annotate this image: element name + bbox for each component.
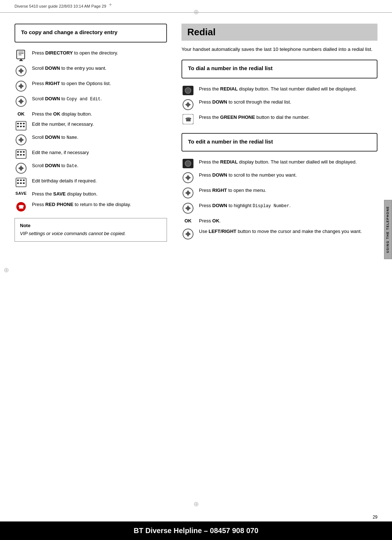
step-scroll-entry-text: Scroll DOWN to the entry you want. — [32, 65, 106, 72]
step-scroll-name: Scroll DOWN to Name. — [15, 134, 167, 146]
nav-icon-edit-1 — [181, 172, 195, 184]
svg-rect-25 — [20, 123, 22, 124]
svg-rect-28 — [20, 126, 22, 127]
footer-text: BT Diverse Helpline – 08457 908 070 — [134, 527, 258, 535]
step-scroll-date-text: Scroll DOWN to Date. — [32, 162, 78, 169]
copy-change-steps: Press DIRECTORY to open the directory. — [15, 50, 167, 213]
nav-icon-edit-2 — [181, 187, 195, 199]
svg-rect-55 — [23, 182, 25, 184]
edit-steps: Press the REDIAL display button. The las… — [181, 159, 377, 240]
step-edit-name-text: Edit the name, if necessary — [32, 149, 89, 156]
svg-rect-29 — [23, 126, 25, 127]
page-wrapper: Diverse 5410 user guide 22/8/03 10:14 AM… — [0, 0, 392, 540]
note-box: Note VIP settings or voice commands cann… — [15, 218, 167, 242]
dial-step-down: Press DOWN to scroll through the redial … — [181, 99, 377, 110]
step-red-phone-text: Press RED PHONE to return to the idle di… — [32, 201, 131, 208]
top-crosshair: ⊕ — [193, 9, 199, 15]
dial-step-greenphone-text: Press the GREEN PHONE button to dial the… — [199, 114, 310, 121]
redial-title: Redial — [181, 24, 377, 41]
step-edit-number: Edit the number, if necessary. — [15, 121, 167, 130]
step-scroll-name-text: Scroll DOWN to Name. — [32, 134, 78, 141]
nav-icon-edit-3 — [181, 202, 195, 214]
step-save: SAVE Press the SAVE display button. — [15, 191, 167, 198]
dial-step-redial-text: Press the REDIAL display button. The las… — [199, 86, 357, 93]
step-save-text: Press the SAVE display button. — [32, 191, 97, 198]
svg-rect-42 — [23, 154, 25, 156]
nav-icon-4 — [15, 134, 28, 146]
edit-step-redial-text: Press the REDIAL display button. The las… — [199, 159, 357, 166]
bottom-crosshair: ⊕ — [193, 501, 199, 507]
keypad-icon-3 — [15, 178, 28, 187]
nav-icon-dial-1 — [181, 99, 195, 110]
step-scroll-copy-text: Scroll DOWN to Copy and Edit. — [32, 96, 102, 102]
green-phone-icon: ☎ — [181, 114, 195, 124]
step-ok-1: OK Press the OK display button. — [15, 111, 167, 118]
dial-box: To dial a number in the redial list — [181, 60, 377, 78]
svg-text:☎: ☎ — [185, 117, 192, 122]
step-directory: Press DIRECTORY to open the directory. — [15, 50, 167, 61]
book-icon — [15, 50, 28, 61]
keypad-icon-1 — [15, 121, 28, 130]
dial-step-redial: Press the REDIAL display button. The las… — [181, 86, 377, 95]
note-title: Note — [20, 223, 162, 228]
svg-point-81 — [187, 192, 189, 194]
edit-box-title: To edit a number in the redial list — [188, 138, 371, 145]
dial-step-down-text: Press DOWN to scroll through the redial … — [199, 99, 291, 106]
svg-rect-53 — [17, 182, 19, 184]
svg-rect-37 — [17, 151, 19, 153]
svg-point-87 — [187, 207, 189, 210]
nav-icon-1 — [15, 65, 28, 77]
dial-box-title: To dial a number in the redial list — [188, 65, 371, 72]
nav-icon-edit-4 — [181, 228, 195, 240]
right-column: Redial Your handset automatically saves … — [181, 24, 377, 243]
svg-text:☎: ☎ — [18, 204, 24, 210]
header-text: Diverse 5410 user guide 22/8/03 10:14 AM… — [15, 4, 106, 8]
edit-step-down-scroll-text: Press DOWN to scroll to the number you w… — [199, 172, 297, 179]
step-edit-birthday: Edit birthday details if required. — [15, 178, 167, 187]
red-phone-icon: ☎ — [15, 201, 28, 212]
svg-point-22 — [20, 100, 23, 103]
edit-step-down-highlight-text: Press DOWN to highlight Display Number. — [199, 202, 291, 209]
step-ok-1-text: Press the OK display button. — [32, 111, 92, 118]
svg-rect-26 — [23, 123, 25, 124]
step-right-options: Press RIGHT to open the Options list. — [15, 80, 167, 92]
sidebar-tab: USING THE TELEPHONE — [384, 200, 392, 259]
note-text: VIP settings or voice commands cannot be… — [20, 230, 162, 237]
copy-change-title: To copy and change a directory entry — [21, 29, 160, 36]
page-number: 29 — [373, 515, 377, 520]
step-edit-birthday-text: Edit birthday details if required. — [32, 178, 97, 185]
nav-icon-3 — [15, 96, 28, 107]
svg-rect-50 — [17, 180, 19, 181]
edit-step-down-scroll: Press DOWN to scroll to the number you w… — [181, 172, 377, 184]
edit-box: To edit a number in the redial list — [181, 133, 377, 152]
footer-bar: BT Diverse Helpline – 08457 908 070 — [0, 521, 392, 540]
step-edit-number-text: Edit the number, if necessary. — [32, 121, 94, 128]
edit-step-redial: Press the REDIAL display button. The las… — [181, 159, 377, 168]
edit-step-ok-text: Press OK. — [199, 218, 221, 225]
svg-rect-24 — [17, 123, 19, 124]
svg-rect-0 — [17, 50, 25, 59]
step-directory-text: Press DIRECTORY to open the directory. — [32, 50, 118, 57]
nav-icon-5 — [15, 162, 28, 174]
svg-rect-51 — [20, 180, 22, 181]
step-scroll-date: Scroll DOWN to Date. — [15, 162, 167, 174]
ok-icon-1: OK — [15, 111, 28, 117]
ok-icon-2: OK — [181, 218, 195, 224]
edit-step-ok: OK Press OK. — [181, 218, 377, 225]
step-edit-name: Edit the name, if necessary — [15, 149, 167, 159]
svg-point-69 — [185, 161, 191, 166]
dial-steps: Press the REDIAL display button. The las… — [181, 86, 377, 124]
svg-point-65 — [187, 103, 189, 106]
edit-step-right-menu: Press RIGHT to open the menu. — [181, 187, 377, 199]
dial-step-greenphone: ☎ Press the GREEN PHONE button to dial t… — [181, 114, 377, 124]
redial-btn-icon-2 — [181, 159, 195, 168]
svg-point-35 — [20, 138, 23, 141]
svg-point-16 — [20, 85, 23, 88]
sidebar-label: USING THE TELEPHONE — [386, 206, 389, 253]
left-crosshair: ⊕ — [4, 267, 9, 273]
copy-change-box: To copy and change a directory entry — [15, 24, 167, 43]
svg-rect-39 — [23, 151, 25, 153]
nav-icon-2 — [15, 80, 28, 92]
main-content: To copy and change a directory entry — [0, 13, 392, 273]
redial-btn-icon-1 — [181, 86, 195, 95]
